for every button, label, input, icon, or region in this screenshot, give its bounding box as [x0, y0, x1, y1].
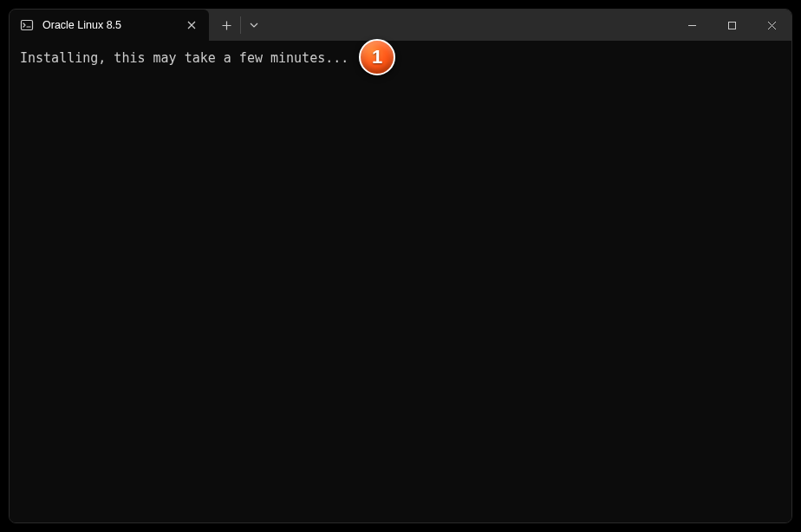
tab-dropdown-button[interactable] — [241, 10, 267, 41]
tab-active[interactable]: Oracle Linux 8.5 — [10, 10, 209, 41]
close-button[interactable] — [752, 10, 791, 41]
tab-close-button[interactable] — [183, 16, 200, 34]
titlebar: Oracle Linux 8.5 — [10, 10, 791, 41]
svg-rect-1 — [728, 22, 735, 29]
new-tab-button[interactable] — [212, 10, 240, 41]
maximize-button[interactable] — [712, 10, 752, 41]
annotation-number: 1 — [372, 46, 382, 68]
minimize-button[interactable] — [672, 10, 712, 41]
terminal-icon — [20, 18, 34, 32]
svg-rect-0 — [22, 21, 33, 30]
tab-title: Oracle Linux 8.5 — [42, 19, 174, 31]
window-controls — [672, 10, 791, 41]
window-frame: Oracle Linux 8.5 — [2, 2, 799, 530]
terminal-output-line: Installing, this may take a few minutes.… — [20, 49, 781, 68]
annotation-badge-1: 1 — [359, 39, 395, 75]
terminal-window: Oracle Linux 8.5 — [9, 9, 792, 523]
terminal-content[interactable]: Installing, this may take a few minutes.… — [10, 41, 791, 522]
titlebar-drag-area[interactable] — [267, 10, 672, 41]
